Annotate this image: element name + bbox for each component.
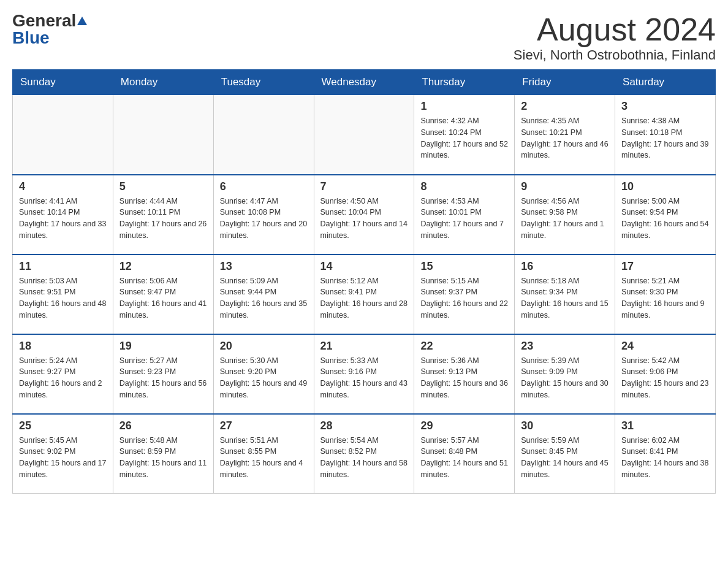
calendar-cell: 13Sunrise: 5:09 AMSunset: 9:44 PMDayligh…	[213, 255, 314, 334]
day-info: Sunrise: 4:44 AMSunset: 10:11 PMDaylight…	[119, 196, 207, 242]
day-number: 9	[521, 180, 609, 193]
calendar-cell: 15Sunrise: 5:15 AMSunset: 9:37 PMDayligh…	[414, 255, 515, 334]
day-info: Sunrise: 4:32 AMSunset: 10:24 PMDaylight…	[420, 115, 508, 161]
calendar-cell: 12Sunrise: 5:06 AMSunset: 9:47 PMDayligh…	[113, 255, 213, 334]
day-info: Sunrise: 5:15 AMSunset: 9:37 PMDaylight:…	[420, 275, 508, 321]
calendar-cell: 3Sunrise: 4:38 AMSunset: 10:18 PMDayligh…	[615, 95, 716, 175]
calendar-cell: 8Sunrise: 4:53 AMSunset: 10:01 PMDayligh…	[414, 175, 515, 255]
day-number: 17	[621, 260, 709, 273]
day-info: Sunrise: 6:02 AMSunset: 8:41 PMDaylight:…	[621, 435, 709, 481]
day-info: Sunrise: 5:00 AMSunset: 9:54 PMDaylight:…	[621, 196, 709, 242]
week-row-4: 18Sunrise: 5:24 AMSunset: 9:27 PMDayligh…	[13, 334, 716, 414]
calendar-cell: 24Sunrise: 5:42 AMSunset: 9:06 PMDayligh…	[615, 334, 716, 414]
day-number: 13	[220, 260, 308, 273]
day-number: 3	[621, 100, 709, 113]
day-info: Sunrise: 5:33 AMSunset: 9:16 PMDaylight:…	[320, 355, 408, 401]
day-number: 12	[119, 260, 207, 273]
day-number: 7	[320, 180, 408, 193]
day-number: 27	[220, 419, 308, 432]
day-info: Sunrise: 5:21 AMSunset: 9:30 PMDaylight:…	[621, 275, 709, 321]
day-info: Sunrise: 4:50 AMSunset: 10:04 PMDaylight…	[320, 196, 408, 242]
day-number: 25	[19, 419, 107, 432]
day-info: Sunrise: 4:35 AMSunset: 10:21 PMDaylight…	[521, 115, 609, 161]
calendar-cell: 31Sunrise: 6:02 AMSunset: 8:41 PMDayligh…	[615, 414, 716, 494]
calendar-cell: 5Sunrise: 4:44 AMSunset: 10:11 PMDayligh…	[113, 175, 213, 255]
calendar-cell: 2Sunrise: 4:35 AMSunset: 10:21 PMDayligh…	[515, 95, 615, 175]
weekday-header-monday: Monday	[113, 70, 213, 95]
calendar-table: SundayMondayTuesdayWednesdayThursdayFrid…	[12, 69, 716, 494]
day-number: 19	[119, 340, 207, 353]
day-number: 10	[621, 180, 709, 193]
day-number: 15	[420, 260, 508, 273]
day-number: 22	[420, 340, 508, 353]
day-info: Sunrise: 4:47 AMSunset: 10:08 PMDaylight…	[220, 196, 308, 242]
weekday-header-friday: Friday	[515, 70, 615, 95]
day-number: 1	[420, 100, 508, 113]
location-title: Sievi, North Ostrobothnia, Finland	[514, 47, 716, 63]
calendar-cell: 18Sunrise: 5:24 AMSunset: 9:27 PMDayligh…	[13, 334, 113, 414]
calendar-cell: 25Sunrise: 5:45 AMSunset: 9:02 PMDayligh…	[13, 414, 113, 494]
day-number: 26	[119, 419, 207, 432]
day-number: 20	[220, 340, 308, 353]
calendar-cell: 23Sunrise: 5:39 AMSunset: 9:09 PMDayligh…	[515, 334, 615, 414]
day-info: Sunrise: 5:45 AMSunset: 9:02 PMDaylight:…	[19, 435, 107, 481]
calendar-cell: 27Sunrise: 5:51 AMSunset: 8:55 PMDayligh…	[213, 414, 314, 494]
title-block: August 2024 Sievi, North Ostrobothnia, F…	[514, 12, 716, 63]
day-info: Sunrise: 4:38 AMSunset: 10:18 PMDaylight…	[621, 115, 709, 161]
calendar-cell	[213, 95, 314, 175]
day-number: 18	[19, 340, 107, 353]
weekday-header-sunday: Sunday	[13, 70, 113, 95]
day-number: 6	[220, 180, 308, 193]
calendar-cell: 29Sunrise: 5:57 AMSunset: 8:48 PMDayligh…	[414, 414, 515, 494]
day-number: 4	[19, 180, 107, 193]
calendar-cell: 16Sunrise: 5:18 AMSunset: 9:34 PMDayligh…	[515, 255, 615, 334]
day-info: Sunrise: 5:06 AMSunset: 9:47 PMDaylight:…	[119, 275, 207, 321]
calendar-cell: 4Sunrise: 4:41 AMSunset: 10:14 PMDayligh…	[13, 175, 113, 255]
day-info: Sunrise: 5:03 AMSunset: 9:51 PMDaylight:…	[19, 275, 107, 321]
week-row-3: 11Sunrise: 5:03 AMSunset: 9:51 PMDayligh…	[13, 255, 716, 334]
calendar-cell: 1Sunrise: 4:32 AMSunset: 10:24 PMDayligh…	[414, 95, 515, 175]
day-info: Sunrise: 5:12 AMSunset: 9:41 PMDaylight:…	[320, 275, 408, 321]
day-info: Sunrise: 5:59 AMSunset: 8:45 PMDaylight:…	[521, 435, 609, 481]
week-row-2: 4Sunrise: 4:41 AMSunset: 10:14 PMDayligh…	[13, 175, 716, 255]
day-info: Sunrise: 5:54 AMSunset: 8:52 PMDaylight:…	[320, 435, 408, 481]
calendar-cell: 21Sunrise: 5:33 AMSunset: 9:16 PMDayligh…	[314, 334, 414, 414]
weekday-header-wednesday: Wednesday	[314, 70, 414, 95]
weekday-header-saturday: Saturday	[615, 70, 716, 95]
day-number: 11	[19, 260, 107, 273]
day-info: Sunrise: 5:39 AMSunset: 9:09 PMDaylight:…	[521, 355, 609, 401]
page-header: General Blue August 2024 Sievi, North Os…	[12, 12, 716, 63]
day-info: Sunrise: 5:27 AMSunset: 9:23 PMDaylight:…	[119, 355, 207, 401]
day-number: 14	[320, 260, 408, 273]
day-info: Sunrise: 5:42 AMSunset: 9:06 PMDaylight:…	[621, 355, 709, 401]
day-number: 28	[320, 419, 408, 432]
day-number: 31	[621, 419, 709, 432]
calendar-cell: 28Sunrise: 5:54 AMSunset: 8:52 PMDayligh…	[314, 414, 414, 494]
day-number: 23	[521, 340, 609, 353]
day-info: Sunrise: 5:18 AMSunset: 9:34 PMDaylight:…	[521, 275, 609, 321]
calendar-cell: 19Sunrise: 5:27 AMSunset: 9:23 PMDayligh…	[113, 334, 213, 414]
day-info: Sunrise: 5:24 AMSunset: 9:27 PMDaylight:…	[19, 355, 107, 401]
calendar-cell: 6Sunrise: 4:47 AMSunset: 10:08 PMDayligh…	[213, 175, 314, 255]
day-number: 21	[320, 340, 408, 353]
calendar-cell: 17Sunrise: 5:21 AMSunset: 9:30 PMDayligh…	[615, 255, 716, 334]
logo: General Blue	[12, 12, 87, 47]
weekday-header-tuesday: Tuesday	[213, 70, 314, 95]
logo-blue-text: Blue	[12, 29, 50, 47]
day-info: Sunrise: 5:51 AMSunset: 8:55 PMDaylight:…	[220, 435, 308, 481]
week-row-1: 1Sunrise: 4:32 AMSunset: 10:24 PMDayligh…	[13, 95, 716, 175]
day-info: Sunrise: 5:30 AMSunset: 9:20 PMDaylight:…	[220, 355, 308, 401]
calendar-cell: 30Sunrise: 5:59 AMSunset: 8:45 PMDayligh…	[515, 414, 615, 494]
day-info: Sunrise: 5:48 AMSunset: 8:59 PMDaylight:…	[119, 435, 207, 481]
day-info: Sunrise: 4:41 AMSunset: 10:14 PMDaylight…	[19, 196, 107, 242]
weekday-header-row: SundayMondayTuesdayWednesdayThursdayFrid…	[13, 70, 716, 95]
day-number: 30	[521, 419, 609, 432]
calendar-cell	[113, 95, 213, 175]
day-number: 5	[119, 180, 207, 193]
day-info: Sunrise: 5:36 AMSunset: 9:13 PMDaylight:…	[420, 355, 508, 401]
calendar-cell: 10Sunrise: 5:00 AMSunset: 9:54 PMDayligh…	[615, 175, 716, 255]
day-info: Sunrise: 4:56 AMSunset: 9:58 PMDaylight:…	[521, 196, 609, 242]
day-number: 8	[420, 180, 508, 193]
day-info: Sunrise: 5:09 AMSunset: 9:44 PMDaylight:…	[220, 275, 308, 321]
day-info: Sunrise: 5:57 AMSunset: 8:48 PMDaylight:…	[420, 435, 508, 481]
